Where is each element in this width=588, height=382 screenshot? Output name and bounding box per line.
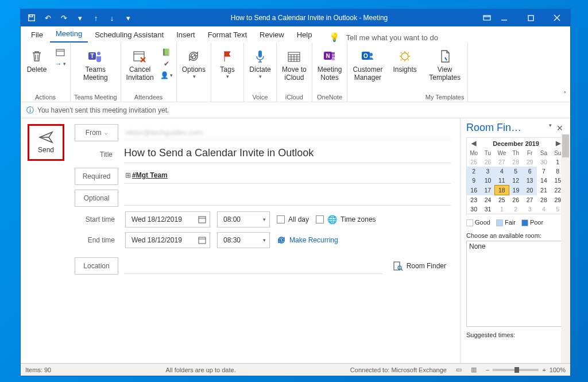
- close-button[interactable]: [544, 9, 570, 26]
- globe-icon: 🌐: [327, 215, 337, 224]
- view-normal-icon[interactable]: ▭: [456, 366, 462, 373]
- customer-manager-button[interactable]: O Customer Manager: [351, 47, 384, 83]
- zoom-value: 100%: [550, 366, 566, 373]
- lightbulb-icon: 💡: [329, 32, 340, 43]
- forward-small-icon[interactable]: → ▾: [54, 59, 67, 69]
- from-value: viktor@techguides.com: [124, 126, 451, 140]
- group-icon: ⊞: [125, 171, 131, 179]
- calendar-small-icon[interactable]: [54, 47, 67, 57]
- ribbon-group-actions: Delete → ▾ Actions: [21, 43, 71, 102]
- save-icon[interactable]: [24, 11, 39, 25]
- tab-help[interactable]: Help: [291, 28, 318, 43]
- response-options-icon[interactable]: 👤▾: [160, 70, 173, 80]
- tab-meeting[interactable]: Meeting: [50, 27, 88, 43]
- from-button[interactable]: From ⌵: [75, 124, 118, 141]
- ribbon-display-icon[interactable]: [483, 15, 491, 21]
- zoom-slider[interactable]: [493, 369, 539, 371]
- calendar-icon: [198, 215, 206, 223]
- svg-rect-5: [528, 16, 533, 21]
- svg-text:O: O: [363, 53, 368, 59]
- tab-insert[interactable]: Insert: [171, 28, 201, 43]
- teams-meeting-button[interactable]: T Teams Meeting: [82, 47, 110, 83]
- location-input[interactable]: [124, 258, 382, 274]
- insights-icon: [397, 48, 413, 64]
- status-sync: All folders are up to date.: [60, 366, 341, 373]
- qat-customize-icon[interactable]: ▾: [72, 11, 87, 25]
- minimize-button[interactable]: [491, 9, 517, 26]
- redo-icon[interactable]: ↷: [56, 11, 71, 25]
- required-input[interactable]: ⊞#Mgt Team: [124, 169, 451, 184]
- optional-input[interactable]: [124, 191, 451, 206]
- all-day-checkbox[interactable]: All day: [277, 215, 309, 223]
- options-button[interactable]: Options ▾: [180, 47, 207, 81]
- make-recurring-button[interactable]: Make Recurring: [277, 236, 338, 245]
- svg-rect-31: [332, 58, 335, 60]
- maximize-button[interactable]: [517, 9, 544, 26]
- cancel-invitation-button[interactable]: Cancel Invitation: [125, 47, 156, 83]
- send-button[interactable]: Send: [28, 124, 64, 161]
- delete-button[interactable]: Delete: [24, 47, 49, 75]
- ribbon-group-tags: Tags ▾: [211, 43, 244, 102]
- tab-scheduling-assistant[interactable]: Scheduling Assistant: [89, 28, 169, 43]
- svg-rect-10: [56, 49, 64, 56]
- start-date-input[interactable]: Wed 18/12/2019: [125, 211, 210, 227]
- start-time-label: Start time: [75, 215, 118, 223]
- info-bar: ⓘ You haven't sent this meeting invitati…: [21, 102, 570, 118]
- title-input[interactable]: How to Send a Calendar Invite in Outlook: [124, 146, 451, 163]
- undo-icon[interactable]: ↶: [40, 11, 55, 25]
- move-to-icloud-button[interactable]: Move to iCloud: [280, 47, 308, 83]
- tab-file[interactable]: File: [25, 28, 49, 43]
- location-button[interactable]: Location: [75, 257, 118, 275]
- next-item-icon[interactable]: ↓: [105, 11, 119, 25]
- status-items: Items: 90: [25, 366, 51, 373]
- ribbon-group-onenote: N Meeting Notes OneNote: [312, 43, 348, 102]
- dictate-button[interactable]: Dictate ▾: [247, 47, 273, 81]
- microphone-icon: [252, 48, 268, 64]
- check-names-icon[interactable]: ✔: [160, 59, 173, 69]
- svg-point-14: [97, 52, 100, 55]
- qat-dropdown-icon[interactable]: ▾: [121, 11, 136, 25]
- status-connection: Connected to: Microsoft Exchange: [350, 366, 447, 373]
- svg-rect-1: [30, 15, 33, 17]
- tab-review[interactable]: Review: [254, 28, 290, 43]
- outlook-meeting-window: ↶ ↷ ▾ ↑ ↓ ▾ How to Send a Calendar Invit…: [20, 9, 571, 376]
- collapse-ribbon-icon[interactable]: ˄: [563, 91, 567, 98]
- panel-options-icon[interactable]: ▾: [549, 122, 552, 134]
- meeting-form: Send From ⌵ viktor@techguides.com Title …: [21, 118, 460, 363]
- svg-rect-19: [258, 51, 262, 57]
- optional-button[interactable]: Optional: [75, 190, 118, 207]
- zoom-in-button[interactable]: +: [542, 366, 546, 373]
- tab-format-text[interactable]: Format Text: [202, 28, 253, 43]
- room-finder-panel: Room Fin… ▾ ✕ ◀ December 2019 ▶ MoTuWeTh…: [460, 118, 570, 363]
- start-time-input[interactable]: 08:00▾: [217, 211, 270, 227]
- svg-text:T: T: [91, 53, 94, 59]
- view-templates-button[interactable]: View Templates: [427, 47, 462, 83]
- room-list[interactable]: None: [466, 241, 566, 327]
- cancel-invitation-icon: [132, 48, 148, 64]
- zoom-out-button[interactable]: −: [486, 366, 489, 373]
- svg-rect-37: [199, 217, 206, 223]
- calendar-icon: [198, 236, 206, 244]
- calendar-grid[interactable]: MoTuWeThFrSaSu 2526272829301234567891011…: [467, 149, 565, 214]
- ribbon-group-templates: View Templates My Templates: [422, 43, 469, 102]
- insights-button[interactable]: Insights: [391, 47, 418, 75]
- previous-item-icon[interactable]: ↑: [88, 11, 103, 25]
- view-reading-icon[interactable]: ▥: [471, 366, 477, 373]
- tell-me-search[interactable]: 💡 Tell me what you want to do: [329, 32, 438, 43]
- mini-calendar: ◀ December 2019 ▶ MoTuWeThFrSaSu 2526272…: [466, 137, 566, 214]
- end-date-input[interactable]: Wed 18/12/2019: [125, 232, 210, 248]
- address-book-icon[interactable]: 📗: [160, 47, 173, 57]
- required-button[interactable]: Required: [75, 168, 118, 185]
- tags-button[interactable]: Tags ▾: [215, 47, 240, 81]
- svg-line-43: [401, 269, 403, 271]
- end-time-input[interactable]: 08:30▾: [217, 232, 270, 248]
- time-zones-checkbox[interactable]: 🌐 Time zones: [316, 215, 376, 224]
- panel-close-button[interactable]: ✕: [554, 122, 566, 134]
- meeting-notes-button[interactable]: N Meeting Notes: [316, 47, 344, 83]
- calendar-month: December 2019: [493, 140, 539, 147]
- room-finder-button[interactable]: Room Finder: [388, 258, 451, 273]
- prev-month-button[interactable]: ◀: [469, 140, 478, 147]
- panel-title: Room Fin…: [466, 122, 521, 134]
- scrollbar[interactable]: [561, 134, 570, 363]
- templates-icon: [437, 48, 453, 64]
